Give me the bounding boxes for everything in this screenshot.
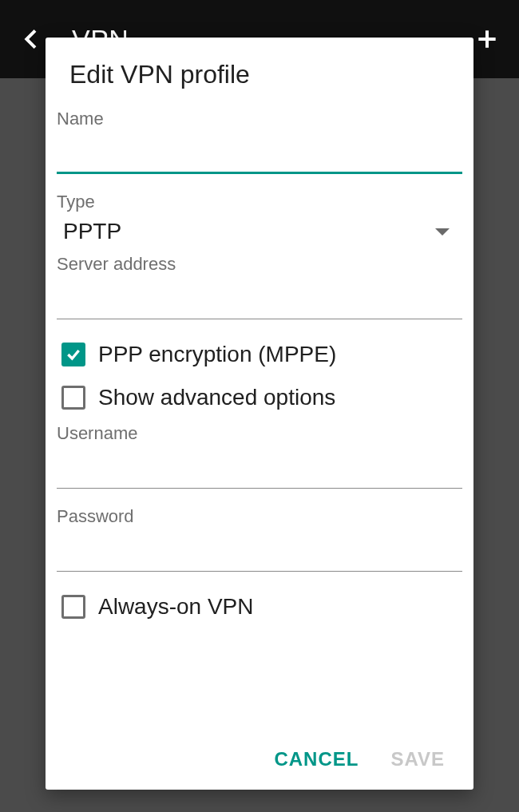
always-on-label: Always-on VPN [98, 594, 254, 620]
name-label: Name [46, 109, 473, 129]
add-button[interactable] [471, 23, 503, 55]
chevron-down-icon [435, 228, 450, 236]
check-icon [65, 347, 81, 362]
always-on-row[interactable]: Always-on VPN [46, 584, 473, 628]
advanced-options-row[interactable]: Show advanced options [46, 375, 473, 418]
edit-vpn-dialog: Edit VPN profile Name Type PPTP Server a… [46, 38, 473, 790]
name-input[interactable] [57, 129, 462, 174]
server-input[interactable] [57, 275, 462, 319]
type-select[interactable]: PPTP [46, 214, 473, 249]
dialog-form: Name Type PPTP Server address PPP encryp… [46, 104, 473, 732]
ppp-checkbox[interactable] [61, 343, 85, 366]
arrow-back-icon [19, 26, 45, 52]
username-input[interactable] [57, 444, 462, 489]
dialog-actions: CANCEL SAVE [46, 732, 473, 790]
plus-icon [474, 26, 500, 52]
type-label: Type [46, 192, 473, 212]
type-value: PPTP [63, 219, 121, 244]
ppp-label: PPP encryption (MPPE) [98, 342, 336, 367]
username-label: Username [46, 423, 473, 444]
password-label: Password [46, 506, 473, 527]
back-button[interactable] [16, 23, 48, 55]
advanced-label: Show advanced options [98, 385, 335, 410]
app-root: VPN Edit VPN profile Name Type PPTP Serv… [0, 0, 519, 812]
ppp-encryption-row[interactable]: PPP encryption (MPPE) [46, 332, 473, 375]
password-input[interactable] [57, 527, 462, 572]
always-on-checkbox[interactable] [61, 595, 85, 619]
server-label: Server address [46, 254, 473, 275]
dialog-title: Edit VPN profile [46, 60, 473, 104]
save-button[interactable]: SAVE [390, 748, 445, 770]
advanced-checkbox[interactable] [61, 386, 85, 410]
cancel-button[interactable]: CANCEL [274, 748, 359, 770]
